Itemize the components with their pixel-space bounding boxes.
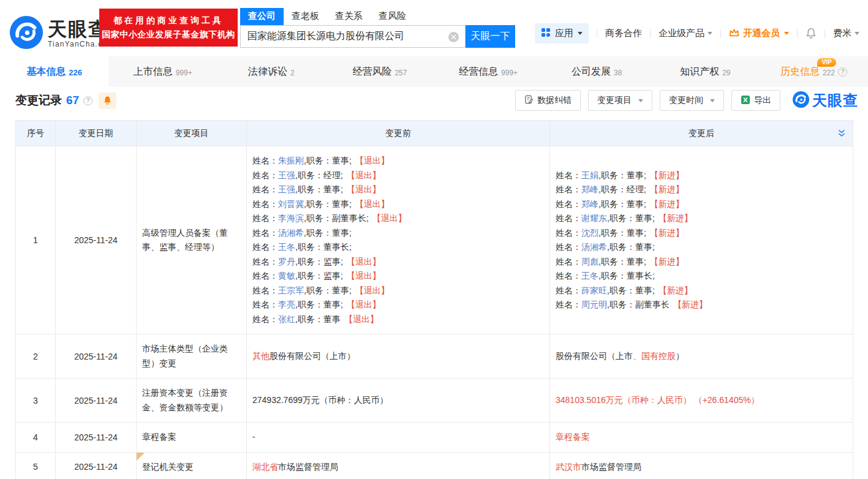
chevron-down-icon <box>784 32 789 35</box>
person-link[interactable]: 王冬 <box>581 271 598 281</box>
person-link[interactable]: 沈烈 <box>581 228 598 238</box>
collapse-double-chevron-icon[interactable] <box>837 129 847 140</box>
person-role: ,职务：董事; <box>304 228 352 238</box>
row-index: 3 <box>16 379 56 423</box>
person-link[interactable]: 王冬 <box>278 242 295 252</box>
plain-text: 市场监督管理局 <box>278 462 338 472</box>
person-line: 姓名：汤湘希,职务：董事; <box>556 240 847 255</box>
person-name-label: 姓名： <box>556 300 581 309</box>
plain-text: 股份有限公司（上市） <box>270 351 355 361</box>
person-link[interactable]: 黄敏 <box>278 271 295 281</box>
person-line: 姓名：李亮,职务：董事;【退出】 <box>252 298 544 312</box>
person-role: ,职务：经理; <box>295 170 343 180</box>
tab-intellectual-property[interactable]: 知识产权 29 <box>651 56 760 87</box>
person-link[interactable]: 谢耀东 <box>581 213 607 223</box>
search-tab-company[interactable]: 查公司 <box>240 8 284 25</box>
tab-count: 222 <box>823 69 835 77</box>
change-item: 登记机关变更 <box>137 452 247 479</box>
plain-text: - <box>252 432 255 442</box>
change-date: 2025-11-24 <box>56 379 137 423</box>
search-tab-boss[interactable]: 查老板 <box>284 8 327 25</box>
person-link[interactable]: 李海滨 <box>278 213 304 223</box>
person-link[interactable]: 张红 <box>278 314 295 324</box>
person-role: ,职务：董事; <box>607 285 655 295</box>
table-row: 32025-11-24注册资本变更（注册资金、资金数额等变更）274932.76… <box>16 379 853 423</box>
person-line: 姓名：王宗军,职务：董事;【退出】 <box>252 284 544 298</box>
person-link[interactable]: 郑峰 <box>581 184 598 194</box>
tab-count: 226 <box>69 68 82 77</box>
changed-text: 章程备案 <box>556 432 590 442</box>
person-link[interactable]: 王强 <box>278 184 295 194</box>
tab-basic-info[interactable]: 基本信息 226 <box>0 56 108 87</box>
table-header-row: 序号 变更日期 变更项目 变更前 变更后 <box>16 121 853 146</box>
person-link[interactable]: 罗丹 <box>278 257 295 266</box>
search-tab-risk[interactable]: 查风险 <box>371 8 414 25</box>
person-link[interactable]: 汤湘希 <box>581 242 607 252</box>
person-name-label: 姓名： <box>252 314 278 324</box>
tab-count: 999+ <box>501 69 518 77</box>
tab-company-development[interactable]: 公司发展 38 <box>543 56 651 87</box>
notifications-bell[interactable] <box>806 28 817 39</box>
col-change-date: 变更日期 <box>56 121 137 146</box>
apps-menu[interactable]: 应用 <box>535 23 589 43</box>
subscribe-bell-button[interactable] <box>99 92 116 109</box>
promo-banner: 都在用的商业查询工具 国家中小企业发展子基金旗下机构 <box>99 9 238 47</box>
person-role: ,职务：董事长; <box>598 271 655 281</box>
tab-listing-info[interactable]: 上市信息 999+ <box>108 56 217 87</box>
tab-legal-litigation[interactable]: 法律诉讼 2 <box>217 56 325 87</box>
person-name-label: 姓名： <box>556 213 581 223</box>
person-status-tag: 【退出】 <box>347 184 381 194</box>
tab-operation-risk[interactable]: 经营风险 257 <box>325 56 434 87</box>
person-link[interactable]: 王娟 <box>581 170 598 180</box>
top-bar: 天眼查 TianYanCha.com 都在用的商业查询工具 国家中小企业发展子基… <box>0 0 868 56</box>
tab-count: 257 <box>394 69 407 77</box>
person-link[interactable]: 王强 <box>278 170 295 180</box>
tab-history-info[interactable]: VIP 历史信息 222 ? <box>760 56 868 87</box>
export-label: 导出 <box>754 95 771 106</box>
export-button[interactable]: 导出 <box>731 90 780 111</box>
data-correction-button[interactable]: 数据纠错 <box>515 90 581 111</box>
help-icon[interactable]: ? <box>83 96 92 105</box>
person-name-label: 姓名： <box>252 257 278 266</box>
person-link[interactable]: 刘晋冀 <box>278 199 304 209</box>
filter-change-time-label: 变更时间 <box>669 95 703 106</box>
nav-enterprise[interactable]: 企业级产品 <box>659 28 712 39</box>
help-icon[interactable]: ? <box>838 67 847 77</box>
vip-upgrade[interactable]: 开通会员 <box>729 28 789 39</box>
change-date: 2025-11-24 <box>56 452 137 479</box>
user-menu[interactable]: 费米 <box>833 28 859 39</box>
person-link[interactable]: 汤湘希 <box>278 228 304 238</box>
search-tab-relation[interactable]: 查关系 <box>327 8 371 25</box>
person-link[interactable]: 周彪 <box>581 257 598 266</box>
row-index: 1 <box>16 146 56 334</box>
person-link[interactable]: 王宗军 <box>278 285 304 295</box>
person-status-tag: 【退出】 <box>347 257 381 266</box>
divider <box>797 29 798 38</box>
person-link[interactable]: 郑峰 <box>581 199 598 209</box>
search-area: 查公司 查老板 查关系 查风险 国家能源集团长源电力股份有限公司 天眼一下 <box>240 8 515 48</box>
plain-text: 274932.7699万元（币种：人民币） <box>252 395 388 405</box>
site-logo[interactable]: 天眼查 TianYanCha.com <box>10 16 114 51</box>
row-index: 4 <box>16 423 56 453</box>
person-status-tag: 【退出】 <box>372 213 407 223</box>
person-role: ,职务：经理; <box>598 184 646 194</box>
divider <box>597 29 597 38</box>
person-link[interactable]: 薛家旺 <box>581 285 607 295</box>
filter-change-time-button[interactable]: 变更时间 <box>660 90 724 111</box>
filter-change-item-button[interactable]: 变更项目 <box>588 90 652 111</box>
change-item: 注册资本变更（注册资金、资金数额等变更） <box>137 379 247 423</box>
clear-icon[interactable] <box>448 32 459 42</box>
nav-cooperation[interactable]: 商务合作 <box>605 28 642 39</box>
col-after: 变更后 <box>550 121 853 146</box>
search-input[interactable]: 国家能源集团长源电力股份有限公司 <box>240 25 466 48</box>
search-button[interactable]: 天眼一下 <box>466 25 515 48</box>
person-link[interactable]: 周元明 <box>581 300 607 309</box>
divider <box>650 29 651 38</box>
person-status-tag: 【退出】 <box>355 199 390 209</box>
before-cell: 姓名：朱振刚,职务：董事;【退出】姓名：王强,职务：经理;【退出】姓名：王强,职… <box>247 146 550 334</box>
person-name-label: 姓名： <box>556 170 581 180</box>
person-link[interactable]: 李亮 <box>278 300 295 309</box>
tab-operation-info[interactable]: 经营信息 999+ <box>434 56 543 87</box>
person-link[interactable]: 朱振刚 <box>278 156 304 165</box>
tab-label: 历史信息 <box>780 66 820 78</box>
